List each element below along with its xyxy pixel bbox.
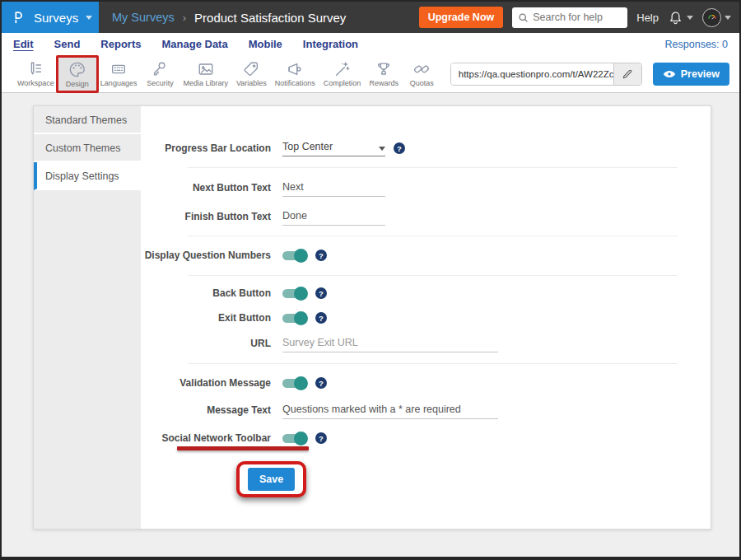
variables-tag-icon — [242, 60, 260, 78]
social-network-toolbar-toggle[interactable] — [282, 434, 307, 443]
help-link[interactable]: Help — [636, 12, 659, 24]
tab-edit[interactable]: Edit — [13, 38, 34, 50]
caret-down-icon — [86, 16, 92, 20]
caret-down-icon — [687, 16, 693, 20]
divider — [188, 363, 678, 364]
responses-count[interactable]: Responses: 0 — [665, 39, 728, 50]
display-settings-card: Standard Themes Custom Themes Display Se… — [33, 105, 711, 530]
top-bar-actions: Upgrade Now Help — [419, 7, 739, 28]
annotation-save-highlight-box: Save — [236, 461, 306, 497]
tab-manage-data[interactable]: Manage Data — [161, 38, 227, 50]
back-button-toggle[interactable] — [282, 289, 307, 298]
page-background: Standard Themes Custom Themes Display Se… — [2, 93, 739, 558]
notifications-megaphone-icon — [286, 60, 304, 78]
social-network-toolbar-row: Social Network Toolbar — [141, 429, 711, 447]
toolbar-item-rewards[interactable]: Rewards — [365, 56, 403, 92]
product-menu-label: Surveys — [34, 11, 78, 25]
toolbar-item-media-library[interactable]: Media Library — [179, 56, 232, 92]
message-text-row: Message Text — [141, 401, 711, 419]
bell-icon — [668, 10, 683, 26]
exit-button-row: Exit Button — [141, 309, 711, 327]
edit-url-button[interactable] — [613, 63, 641, 85]
themes-sidebar: Standard Themes Custom Themes Display Se… — [34, 106, 141, 529]
breadcrumb-my-surveys[interactable]: My Surveys — [112, 11, 175, 24]
back-button-row: Back Button — [141, 284, 711, 302]
next-button-text-row: Next Button Text — [141, 179, 711, 197]
survey-url-box: https://qa.questionpro.com/t/AW22Zcq2J — [450, 63, 642, 86]
search-icon — [518, 12, 529, 23]
help-question-icon[interactable] — [315, 312, 327, 324]
avatar — [702, 8, 721, 27]
divider — [188, 275, 678, 276]
app-window: Surveys My Surveys › Product Satisfactio… — [0, 0, 741, 560]
toolbar-item-notifications[interactable]: Notifications — [271, 56, 319, 92]
toolbar-item-design[interactable]: Design — [58, 56, 96, 92]
design-toolbar: Workspace Design Languages Security Medi… — [2, 55, 739, 93]
survey-title: Product Satisfaction Survey — [194, 11, 346, 25]
exit-url-input[interactable] — [282, 335, 498, 352]
languages-keyboard-icon — [110, 60, 128, 78]
toolbar-item-quotas[interactable]: Quotas — [403, 56, 440, 92]
toolbar-item-languages[interactable]: Languages — [96, 56, 142, 92]
upgrade-now-button[interactable]: Upgrade Now — [419, 7, 504, 28]
toolbar-item-completion[interactable]: Completion — [319, 56, 366, 92]
exit-url-row: URL — [141, 334, 711, 352]
help-question-icon[interactable] — [315, 250, 327, 261]
account-menu-button[interactable] — [702, 8, 731, 27]
completion-wand-icon — [333, 60, 352, 78]
surveys-product-menu[interactable]: Surveys — [2, 2, 99, 33]
display-settings-form: Progress Bar Location Top Center Next Bu… — [141, 106, 711, 529]
progress-bar-location-select[interactable]: Top Center — [282, 141, 385, 156]
sidebar-item-standard-themes[interactable]: Standard Themes — [34, 106, 141, 134]
tab-send[interactable]: Send — [54, 38, 81, 50]
help-search — [512, 7, 627, 28]
survey-tab-bar: Edit Send Reports Manage Data Mobile Int… — [2, 33, 739, 55]
finish-button-text-row: Finish Button Text — [141, 208, 711, 226]
media-library-image-icon — [197, 60, 215, 78]
eye-icon — [663, 70, 676, 78]
toolbar-item-security[interactable]: Security — [141, 56, 179, 92]
display-question-numbers-toggle[interactable] — [282, 251, 307, 260]
display-question-numbers-row: Display Question Numbers — [141, 246, 711, 264]
next-button-text-input[interactable] — [282, 180, 385, 197]
message-text-input[interactable] — [282, 402, 498, 419]
caret-down-icon — [725, 16, 731, 20]
tab-mobile[interactable]: Mobile — [249, 38, 282, 50]
survey-url-group: https://qa.questionpro.com/t/AW22Zcq2J P… — [450, 63, 729, 86]
annotation-social-toolbar-underline — [177, 446, 309, 450]
validation-message-row: Validation Message — [141, 374, 711, 392]
security-key-icon — [151, 60, 169, 78]
breadcrumb: My Surveys › Product Satisfaction Survey — [112, 11, 346, 25]
save-button[interactable]: Save — [248, 468, 295, 491]
help-question-icon[interactable] — [394, 142, 405, 154]
finish-button-text-input[interactable] — [282, 208, 385, 226]
preview-button[interactable]: Preview — [653, 63, 729, 86]
rewards-trophy-icon — [375, 60, 393, 78]
workspace-icon — [26, 60, 44, 78]
notifications-bell-button[interactable] — [668, 10, 693, 26]
sidebar-item-custom-themes[interactable]: Custom Themes — [34, 134, 141, 162]
questionpro-logo — [11, 8, 26, 26]
survey-url-value[interactable]: https://qa.questionpro.com/t/AW22Zcq2J — [451, 63, 613, 85]
toolbar-item-workspace[interactable]: Workspace — [13, 56, 58, 92]
toolbar-item-variables[interactable]: Variables — [232, 56, 271, 92]
design-palette-icon — [68, 60, 86, 79]
exit-button-toggle[interactable] — [282, 314, 307, 323]
divider — [188, 236, 678, 236]
search-input[interactable] — [512, 7, 627, 28]
top-bar: Surveys My Surveys › Product Satisfactio… — [2, 2, 739, 33]
progress-bar-location-row: Progress Bar Location Top Center — [141, 139, 711, 157]
sidebar-item-display-settings[interactable]: Display Settings — [34, 162, 141, 190]
chevron-down-icon — [379, 147, 385, 151]
tab-integration[interactable]: Integration — [303, 38, 358, 50]
help-question-icon[interactable] — [315, 287, 327, 299]
help-question-icon[interactable] — [315, 432, 327, 444]
help-question-icon[interactable] — [315, 377, 327, 389]
tab-reports[interactable]: Reports — [100, 38, 141, 50]
breadcrumb-separator-icon: › — [183, 12, 186, 24]
divider — [188, 167, 678, 168]
quotas-links-icon — [412, 60, 431, 78]
gauge-avatar-icon — [706, 12, 718, 23]
validation-message-toggle[interactable] — [282, 379, 307, 388]
edit-pencil-icon — [622, 68, 633, 80]
